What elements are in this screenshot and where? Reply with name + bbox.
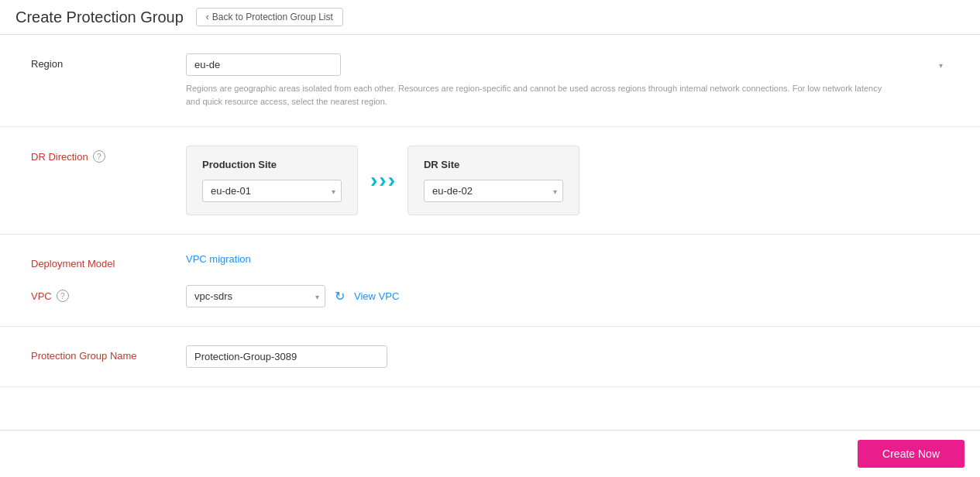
- page-header: Create Protection Group ‹ Back to Protec…: [0, 0, 980, 35]
- region-hint-text: Regions are geographic areas isolated fr…: [186, 82, 883, 108]
- vpc-migration-value: VPC migration: [186, 250, 251, 265]
- vpc-dropdown-wrapper: vpc-sdrs vpc-default vpc-test ▾: [186, 285, 325, 307]
- vpc-select[interactable]: vpc-sdrs vpc-default vpc-test: [186, 285, 325, 307]
- back-button-label: Back to Protection Group List: [212, 12, 333, 22]
- view-vpc-link[interactable]: View VPC: [354, 290, 399, 302]
- protection-group-name-section: Protection Group Name: [0, 327, 980, 387]
- dr-direction-container: Production Site eu-de-01 eu-de-02 eu-nl-…: [186, 146, 949, 215]
- page-title: Create Protection Group: [15, 9, 184, 26]
- region-section: Region eu-de eu-nl us-east ap-southeast …: [0, 35, 980, 127]
- vpc-row: VPC ? vpc-sdrs vpc-default vpc-test ▾ ↻: [31, 285, 949, 307]
- dr-direction-control-area: Production Site eu-de-01 eu-de-02 eu-nl-…: [186, 146, 949, 215]
- production-site-dropdown-wrapper: eu-de-01 eu-de-02 eu-nl-01 ▾: [202, 180, 342, 202]
- main-content: Region eu-de eu-nl us-east ap-southeast …: [0, 35, 980, 449]
- dr-direction-label: DR Direction ?: [31, 146, 155, 163]
- deployment-model-row: Deployment Model VPC migration: [31, 253, 949, 269]
- region-select[interactable]: eu-de eu-nl us-east ap-southeast: [186, 53, 341, 76]
- protection-group-name-row: Protection Group Name: [31, 345, 949, 368]
- region-select-arrow-icon: ▾: [939, 60, 943, 69]
- vpc-input-row: vpc-sdrs vpc-default vpc-test ▾ ↻ View V…: [186, 285, 949, 307]
- region-control-area: eu-de eu-nl us-east ap-southeast ▾ Regio…: [186, 53, 949, 108]
- vpc-refresh-icon[interactable]: ↻: [335, 289, 345, 304]
- production-site-select[interactable]: eu-de-01 eu-de-02 eu-nl-01: [202, 180, 342, 202]
- deployment-model-label: Deployment Model: [31, 253, 155, 269]
- back-to-list-button[interactable]: ‹ Back to Protection Group List: [196, 8, 343, 26]
- action-bar: Create Now: [0, 430, 980, 477]
- production-site-box: Production Site eu-de-01 eu-de-02 eu-nl-…: [186, 146, 358, 215]
- dr-site-title: DR Site: [424, 159, 563, 170]
- protection-group-name-label: Protection Group Name: [31, 345, 155, 362]
- vpc-control-area: vpc-sdrs vpc-default vpc-test ▾ ↻ View V…: [186, 285, 949, 307]
- production-site-title: Production Site: [202, 159, 342, 170]
- vpc-label: VPC ?: [31, 285, 155, 302]
- protection-group-name-control-area: [186, 345, 949, 368]
- deployment-model-section: Deployment Model VPC migration VPC ? vpc…: [0, 235, 980, 327]
- region-dropdown-wrapper: eu-de eu-nl us-east ap-southeast ▾: [186, 53, 949, 76]
- dr-site-select[interactable]: eu-de-02 eu-de-01 eu-nl-01: [424, 180, 563, 202]
- protection-group-name-input[interactable]: [186, 345, 387, 368]
- deployment-model-control-area: VPC migration: [186, 253, 949, 265]
- dr-site-dropdown-wrapper: eu-de-02 eu-de-01 eu-nl-01 ▾: [424, 180, 563, 202]
- dr-direction-arrow-icon: › › ›: [370, 168, 395, 193]
- dr-direction-row: DR Direction ? Production Site eu-de-01 …: [31, 146, 949, 215]
- region-row: Region eu-de eu-nl us-east ap-southeast …: [31, 53, 949, 108]
- dr-direction-help-icon[interactable]: ?: [93, 150, 105, 163]
- create-now-button[interactable]: Create Now: [858, 440, 965, 468]
- vpc-help-icon[interactable]: ?: [57, 290, 69, 302]
- dr-direction-section: DR Direction ? Production Site eu-de-01 …: [0, 127, 980, 235]
- view-vpc-label: View VPC: [354, 290, 399, 302]
- region-label: Region: [31, 53, 155, 70]
- back-chevron-icon: ‹: [206, 12, 209, 22]
- dr-site-box: DR Site eu-de-02 eu-de-01 eu-nl-01 ▾: [407, 146, 579, 215]
